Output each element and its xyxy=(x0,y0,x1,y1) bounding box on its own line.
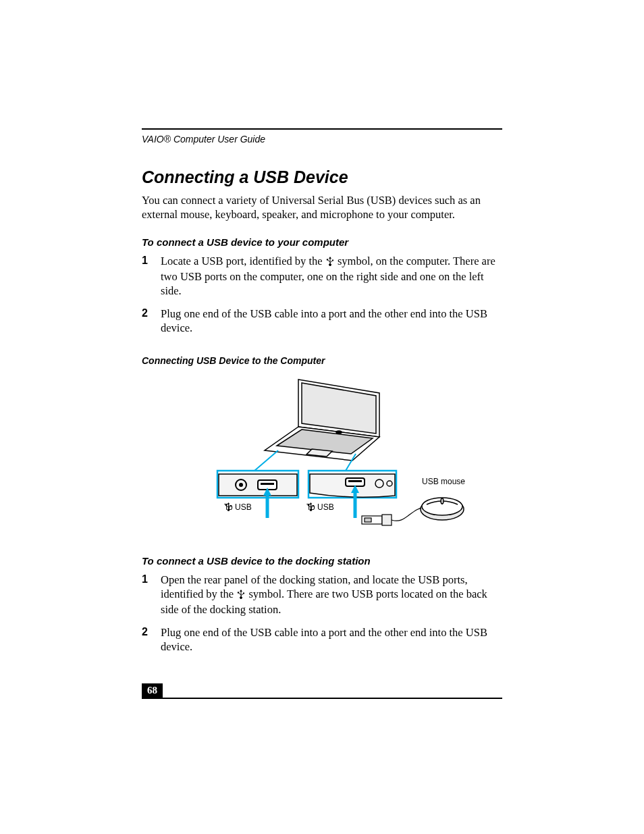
svg-rect-17 xyxy=(348,480,362,482)
figure-caption: Connecting USB Device to the Computer xyxy=(142,355,502,366)
step-text-pre: Locate a USB port, identified by the xyxy=(161,255,325,267)
svg-marker-31 xyxy=(227,502,230,504)
svg-point-42 xyxy=(238,592,239,593)
figure-label-mouse: USB mouse xyxy=(422,477,465,486)
running-header: VAIO® Computer User Guide xyxy=(142,134,502,145)
page-footer: 68 xyxy=(142,698,502,699)
step-number: 1 xyxy=(142,255,161,267)
section-heading-computer: To connect a USB device to your computer xyxy=(142,236,502,248)
usb-icon xyxy=(325,256,335,270)
step-item: 1 Open the rear panel of the docking sta… xyxy=(142,573,502,617)
svg-point-5 xyxy=(336,431,342,434)
page-number: 68 xyxy=(142,683,163,698)
figure-label-to-usb-right: To USB xyxy=(306,502,339,512)
page-title: Connecting a USB Device xyxy=(142,167,502,187)
svg-point-37 xyxy=(308,504,309,506)
svg-marker-41 xyxy=(240,590,242,592)
svg-rect-33 xyxy=(230,506,232,507)
svg-rect-12 xyxy=(261,483,274,485)
svg-marker-36 xyxy=(310,502,313,504)
svg-point-3 xyxy=(327,259,328,261)
svg-rect-24 xyxy=(382,515,392,525)
svg-line-6 xyxy=(254,450,278,471)
usb-icon xyxy=(236,589,246,603)
svg-rect-38 xyxy=(313,506,314,507)
document-page: VAIO® Computer User Guide Connecting a U… xyxy=(0,0,644,834)
svg-point-28 xyxy=(441,498,444,504)
usb-connection-figure: USB mouse To USB To xyxy=(177,373,467,535)
step-text: Plug one end of the USB cable into a por… xyxy=(161,307,502,335)
svg-rect-4 xyxy=(332,260,333,261)
step-number: 2 xyxy=(142,307,161,319)
footer-rule xyxy=(142,698,502,699)
step-number: 2 xyxy=(142,626,161,638)
figure-container: USB mouse To USB To xyxy=(142,373,502,535)
step-item: 1 Locate a USB port, identified by the xyxy=(142,255,502,298)
step-text: Locate a USB port, identified by the sym… xyxy=(161,255,502,298)
svg-rect-23 xyxy=(365,518,371,522)
figure-label-to-usb-left: To USB xyxy=(224,502,257,512)
intro-paragraph: You can connect a variety of Universal S… xyxy=(142,194,502,221)
svg-point-10 xyxy=(239,483,243,487)
step-number: 1 xyxy=(142,573,161,585)
header-rule xyxy=(142,128,502,130)
step-item: 2 Plug one end of the USB cable into a p… xyxy=(142,626,502,654)
step-text: Plug one end of the USB cable into a por… xyxy=(161,626,502,654)
svg-rect-43 xyxy=(243,593,244,594)
step-text: Open the rear panel of the docking stati… xyxy=(161,573,502,617)
section-heading-docking: To connect a USB device to the docking s… xyxy=(142,555,502,567)
svg-marker-2 xyxy=(329,257,331,259)
step-item: 2 Plug one end of the USB cable into a p… xyxy=(142,307,502,335)
svg-point-32 xyxy=(225,504,227,506)
